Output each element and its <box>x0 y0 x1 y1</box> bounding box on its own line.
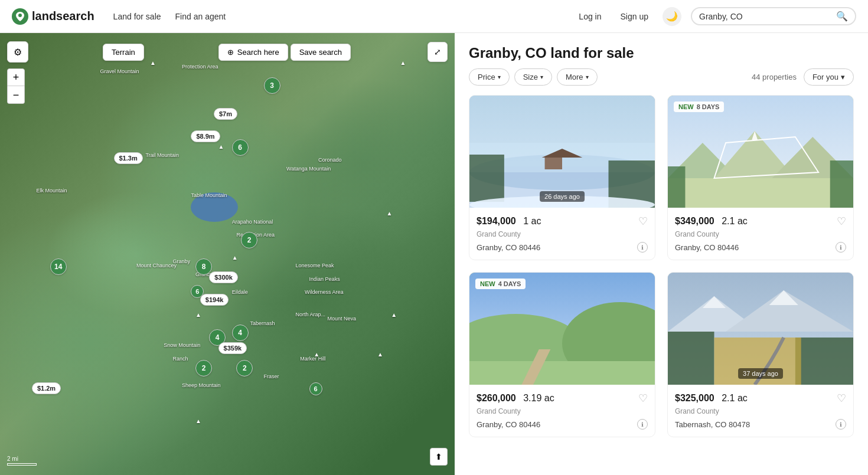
signup-button[interactable]: Sign up <box>616 9 653 24</box>
property-price-3: $260,000 <box>477 393 516 403</box>
size-filter-button[interactable]: Size ▾ <box>514 68 552 86</box>
property-location-row-2: Granby, CO 80446 ℹ <box>675 242 846 253</box>
zoom-out-button[interactable]: − <box>7 86 25 104</box>
header-search-bar: 🔍 <box>691 7 856 25</box>
property-price-size-4: $325,000 2.1 ac <box>675 393 748 404</box>
listings-panel: Granby, CO land for sale Price ▾ Size ▾ … <box>455 33 868 475</box>
search-here-icon: ⊕ <box>227 48 234 57</box>
favorite-button-4[interactable]: ♡ <box>837 392 846 405</box>
dark-mode-button[interactable]: 🌙 <box>663 7 681 26</box>
header-search-input[interactable] <box>699 12 836 21</box>
mountain-icon-9: ▲ <box>387 210 393 217</box>
marker-1-3m[interactable]: $1.3m <box>114 152 143 164</box>
svg-rect-16 <box>668 178 853 208</box>
marker-cluster-6[interactable]: 6 <box>232 139 249 156</box>
mountain-icon-6: ▲ <box>314 351 319 358</box>
property-size-3: 3.19 ac <box>523 393 554 403</box>
marker-cluster-8[interactable]: 8 <box>195 258 212 275</box>
for-you-chevron: ▾ <box>841 73 845 81</box>
mountain-icon-2: ▲ <box>400 60 406 66</box>
marker-359k[interactable]: $359k <box>218 342 247 354</box>
login-button[interactable]: Log in <box>574 9 606 24</box>
info-button-1[interactable]: ℹ <box>637 242 648 253</box>
favorite-button-2[interactable]: ♡ <box>837 215 846 228</box>
favorite-button-1[interactable]: ♡ <box>638 215 648 228</box>
header-right: Log in Sign up 🌙 🔍 <box>574 7 856 26</box>
mountain-icon-10: ▲ <box>391 312 397 318</box>
map-panel: ⚙ Terrain ⊕ Search here Save search ⤢ <box>0 33 455 475</box>
marker-cluster-4a[interactable]: 4 <box>232 325 249 341</box>
listings-title: Granby, CO land for sale <box>469 45 854 61</box>
badge-new-2: NEW <box>678 103 694 110</box>
marker-300k[interactable]: $300k <box>209 271 238 283</box>
terrain-label: Terrain <box>112 48 135 57</box>
map-terrain-layer <box>0 33 455 475</box>
property-grid: 26 days ago $194,000 1 ac ♡ Grand County… <box>469 95 854 437</box>
zoom-in-button[interactable]: + <box>7 68 25 86</box>
svg-rect-31 <box>795 338 853 385</box>
map-scale: 2 mi <box>7 456 37 466</box>
info-button-3[interactable]: ℹ <box>637 419 648 430</box>
property-card-4[interactable]: 37 days ago $325,000 2.1 ac ♡ Grand Coun… <box>667 272 854 437</box>
info-button-4[interactable]: ℹ <box>836 419 846 430</box>
header: landsearch Land for sale Find an agent L… <box>0 0 868 33</box>
favorite-button-3[interactable]: ♡ <box>638 392 648 405</box>
for-you-button[interactable]: For you ▾ <box>804 68 854 86</box>
property-info-2: $349,000 2.1 ac ♡ Grand County Granby, C… <box>668 208 853 260</box>
mountain-icon-3: ▲ <box>218 143 224 150</box>
listings-filters: Price ▾ Size ▾ More ▾ 44 properties <box>469 68 854 86</box>
svg-rect-18 <box>668 166 685 208</box>
property-info-4: $325,000 2.1 ac ♡ Grand County Tabernash… <box>668 385 853 437</box>
search-here-button[interactable]: ⊕ Search here <box>218 44 288 61</box>
property-badge-2: NEW 8 DAYS <box>674 101 724 112</box>
property-card-3[interactable]: NEW 4 DAYS $260,000 3.19 ac ♡ Grand Coun… <box>469 272 655 437</box>
property-location-4: Tabernash, CO 80478 <box>675 420 750 429</box>
badge-days-3: 4 DAYS <box>498 280 521 287</box>
marker-7m[interactable]: $7m <box>214 108 237 120</box>
property-location-row-3: Granby, CO 80446 ℹ <box>477 419 648 430</box>
price-filter-button[interactable]: Price ▾ <box>469 68 510 86</box>
logo-icon <box>12 8 28 25</box>
badge-days-2: 8 DAYS <box>697 103 720 110</box>
property-price-1: $194,000 <box>477 216 516 226</box>
marker-194k[interactable]: $194k <box>200 294 229 306</box>
expand-map-button[interactable]: ⤢ <box>428 42 448 62</box>
lake-granby <box>191 192 238 222</box>
listings-header: Granby, CO land for sale Price ▾ Size ▾ … <box>469 45 854 86</box>
property-location-3: Granby, CO 80446 <box>477 420 540 429</box>
listings-count: 44 properties <box>752 73 797 81</box>
marker-8-9m[interactable]: $8.9m <box>191 130 220 142</box>
nav-land-for-sale[interactable]: Land for sale <box>113 12 161 21</box>
map-background: ⚙ Terrain ⊕ Search here Save search ⤢ <box>0 33 455 475</box>
property-price-2: $349,000 <box>675 216 714 226</box>
property-price-size-3: $260,000 3.19 ac <box>477 393 554 404</box>
mountain-icon-1: ▲ <box>150 60 156 66</box>
property-location-1: Granby, CO 80446 <box>477 243 540 252</box>
map-compass[interactable]: ⬆ <box>430 448 448 466</box>
property-location-row-4: Tabernash, CO 80478 ℹ <box>675 419 846 430</box>
logo[interactable]: landsearch <box>12 8 94 25</box>
marker-cluster-6c[interactable]: 6 <box>309 382 322 395</box>
main-nav: Land for sale Find an agent <box>113 12 226 21</box>
marker-cluster-14[interactable]: 14 <box>50 258 67 275</box>
property-card-1[interactable]: 26 days ago $194,000 1 ac ♡ Grand County… <box>469 95 655 260</box>
more-filter-button[interactable]: More ▾ <box>557 68 598 86</box>
size-filter-chevron: ▾ <box>540 74 543 80</box>
svg-rect-9 <box>545 158 562 169</box>
marker-cluster-2a[interactable]: 2 <box>241 232 257 248</box>
info-button-2[interactable]: ℹ <box>836 242 846 253</box>
svg-rect-19 <box>830 160 853 208</box>
map-settings-button[interactable]: ⚙ <box>7 41 28 63</box>
marker-1-2m[interactable]: $1.2m <box>32 382 61 394</box>
save-search-button[interactable]: Save search <box>291 44 351 61</box>
price-filter-chevron: ▾ <box>498 74 501 80</box>
terrain-button[interactable]: Terrain <box>103 44 144 61</box>
property-image-3: NEW 4 DAYS <box>469 273 655 385</box>
search-icon[interactable]: 🔍 <box>836 11 848 22</box>
property-image-1: 26 days ago <box>469 96 655 208</box>
nav-find-agent[interactable]: Find an agent <box>175 12 226 21</box>
property-badge-3: NEW 4 DAYS <box>475 279 526 289</box>
marker-cluster-3[interactable]: 3 <box>264 77 280 94</box>
property-card-2[interactable]: NEW 8 DAYS $349,000 2.1 ac ♡ Grand Count… <box>667 95 854 260</box>
mountain-icon-7: ▲ <box>195 418 201 424</box>
